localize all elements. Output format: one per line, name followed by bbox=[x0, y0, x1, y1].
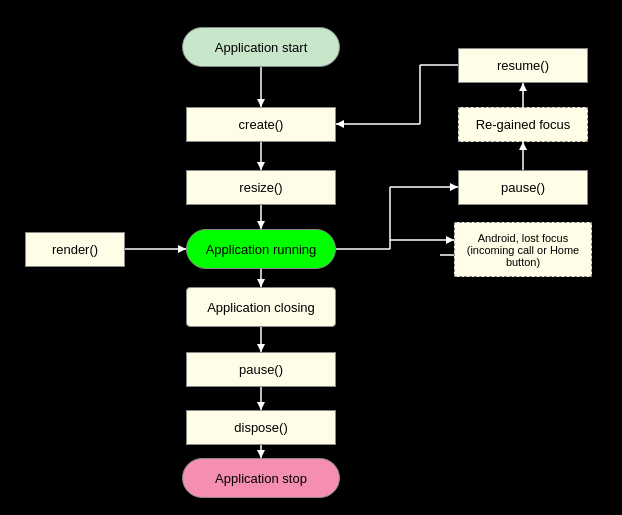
app-stop-label: Application stop bbox=[215, 471, 307, 486]
svg-marker-3 bbox=[257, 162, 265, 170]
resume-label: resume() bbox=[497, 58, 549, 73]
resize-node: resize() bbox=[186, 170, 336, 205]
svg-marker-30 bbox=[336, 120, 344, 128]
app-closing-label: Application closing bbox=[207, 300, 315, 315]
svg-marker-24 bbox=[519, 142, 527, 150]
svg-marker-11 bbox=[257, 402, 265, 410]
app-start-label: Application start bbox=[215, 40, 308, 55]
svg-marker-9 bbox=[257, 344, 265, 352]
diagram-container: Application start create() resize() Appl… bbox=[0, 0, 622, 515]
resume-node: resume() bbox=[458, 48, 588, 83]
app-start-node: Application start bbox=[182, 27, 340, 67]
render-node: render() bbox=[25, 232, 125, 267]
regained-label: Re-gained focus bbox=[476, 117, 571, 132]
svg-marker-26 bbox=[519, 83, 527, 91]
svg-marker-1 bbox=[257, 99, 265, 107]
android-node: Android, lost focus (incoming call or Ho… bbox=[454, 222, 592, 277]
svg-marker-5 bbox=[257, 221, 265, 229]
svg-marker-15 bbox=[178, 245, 186, 253]
render-label: render() bbox=[52, 242, 98, 257]
regained-node: Re-gained focus bbox=[458, 107, 588, 142]
pause-left-label: pause() bbox=[239, 362, 283, 377]
create-label: create() bbox=[239, 117, 284, 132]
svg-marker-19 bbox=[446, 236, 454, 244]
svg-marker-13 bbox=[257, 450, 265, 458]
svg-marker-22 bbox=[450, 183, 458, 191]
android-label: Android, lost focus (incoming call or Ho… bbox=[455, 228, 591, 272]
pause-left-node: pause() bbox=[186, 352, 336, 387]
app-running-label: Application running bbox=[206, 242, 317, 257]
app-running-node: Application running bbox=[186, 229, 336, 269]
create-node: create() bbox=[186, 107, 336, 142]
svg-marker-7 bbox=[257, 279, 265, 287]
app-stop-node: Application stop bbox=[182, 458, 340, 498]
app-closing-node: Application closing bbox=[186, 287, 336, 327]
pause-right-node: pause() bbox=[458, 170, 588, 205]
resize-label: resize() bbox=[239, 180, 282, 195]
pause-right-label: pause() bbox=[501, 180, 545, 195]
dispose-node: dispose() bbox=[186, 410, 336, 445]
dispose-label: dispose() bbox=[234, 420, 287, 435]
